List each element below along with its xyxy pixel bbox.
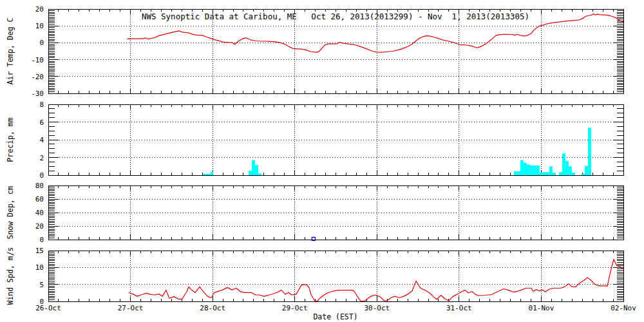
- y-tick-label: -10: [31, 56, 44, 64]
- y-tick-label: 2: [39, 154, 44, 162]
- precip-bar: [546, 172, 549, 175]
- snow-depth-ylabel: Snow Dep, cm: [6, 185, 15, 239]
- precip-bar: [514, 171, 517, 175]
- chart-panels: -30-20-1001020Air Temp, Deg C02468Precip…: [6, 5, 636, 312]
- precip-bar: [585, 166, 588, 175]
- y-tick-label: 8: [39, 100, 44, 109]
- precip-bar: [530, 166, 533, 175]
- y-tick-label: -20: [31, 73, 44, 81]
- x-tick-label: 28-Oct: [200, 304, 225, 312]
- precip-ylabel: Precip, mm: [6, 117, 15, 162]
- panel-frame: [48, 251, 623, 301]
- y-tick-label: 0: [39, 39, 44, 47]
- y-tick-label: 5: [39, 281, 44, 289]
- precip-bar: [527, 165, 530, 176]
- precip-bar: [252, 160, 255, 175]
- precip-bar: [572, 173, 575, 175]
- precip-bar: [536, 166, 540, 175]
- x-tick-label: 29-Oct: [282, 304, 308, 312]
- x-tick-label: 02-Nov: [611, 304, 636, 312]
- y-tick-label: 10: [35, 263, 44, 272]
- x-tick-label: 01-Nov: [529, 304, 554, 312]
- precip-bar: [540, 173, 543, 175]
- chart-canvas: NWS Synoptic Data at Caribou, ME Oct 26,…: [0, 0, 644, 322]
- air-temp-ylabel: Air Temp, Deg C: [6, 17, 15, 84]
- y-tick-label: 4: [39, 136, 44, 144]
- x-tick-label: 26-Oct: [35, 304, 61, 312]
- precip-bar: [533, 166, 536, 175]
- x-tick-label: 27-Oct: [118, 304, 144, 312]
- wind-speed-line: [129, 260, 623, 301]
- precip-bar: [559, 172, 562, 175]
- x-tick-label: 31-Oct: [446, 304, 472, 312]
- y-tick-label: -30: [31, 90, 44, 98]
- y-tick-label: 0: [39, 236, 44, 244]
- wind-speed-ylabel: Wind Spd, m/s: [6, 247, 15, 305]
- precip-bar: [553, 173, 556, 175]
- precip-bar: [517, 171, 520, 175]
- precip-panel: 02468Precip, mm: [6, 100, 623, 180]
- y-tick-label: 40: [35, 209, 44, 217]
- chart-title: NWS Synoptic Data at Caribou, ME Oct 26,…: [142, 12, 529, 21]
- precip-bar: [249, 171, 252, 175]
- y-tick-label: 6: [39, 118, 44, 127]
- precip-bar: [524, 163, 527, 175]
- snow-depth-panel: 020406080Snow Dep, cm: [6, 182, 623, 244]
- precip-bar: [562, 153, 565, 175]
- y-tick-label: 10: [35, 22, 44, 30]
- y-tick-label: 15: [35, 247, 44, 255]
- nws-synoptic-figure: NWS Synoptic Data at Caribou, ME Oct 26,…: [0, 0, 644, 322]
- precip-bar: [211, 172, 213, 176]
- precip-bar: [565, 161, 569, 175]
- precip-bar: [549, 166, 553, 175]
- precip-bar: [569, 166, 572, 175]
- y-tick-label: 20: [35, 222, 44, 231]
- precip-bar: [258, 173, 261, 175]
- precip-bar: [543, 172, 546, 175]
- x-tick-label: 30-Oct: [364, 304, 390, 312]
- y-tick-label: 0: [39, 171, 44, 180]
- y-tick-label: 60: [35, 195, 44, 204]
- y-tick-label: 80: [35, 182, 44, 190]
- y-tick-label: 20: [35, 5, 44, 14]
- precip-bar: [520, 160, 524, 175]
- precip-bar: [203, 174, 211, 175]
- precip-bar: [582, 174, 585, 175]
- snow-depth-marker: [312, 237, 315, 240]
- wind-speed-panel: 051015Wind Spd, m/s26-Oct27-Oct28-Oct29-…: [6, 247, 636, 312]
- precip-bar: [255, 165, 258, 175]
- x-axis-label: Date (EST): [313, 312, 357, 321]
- panel-frame: [48, 9, 623, 93]
- precip-bar: [588, 128, 591, 175]
